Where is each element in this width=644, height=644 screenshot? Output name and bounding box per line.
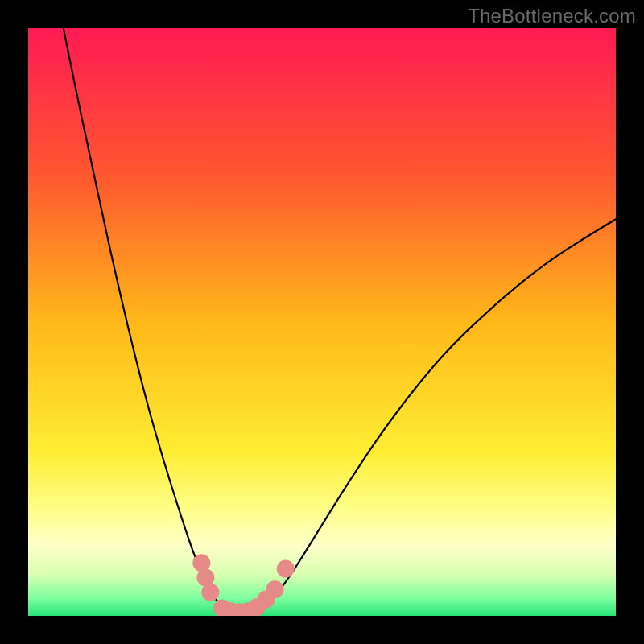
chart-frame: TheBottleneck.com (0, 0, 644, 644)
chart-background (28, 28, 616, 616)
marker-dot (201, 584, 219, 601)
watermark-text: TheBottleneck.com (468, 5, 636, 27)
marker-dot (266, 580, 284, 598)
marker-dot (277, 560, 295, 578)
chart-svg (28, 28, 616, 616)
plot-area (28, 28, 616, 616)
